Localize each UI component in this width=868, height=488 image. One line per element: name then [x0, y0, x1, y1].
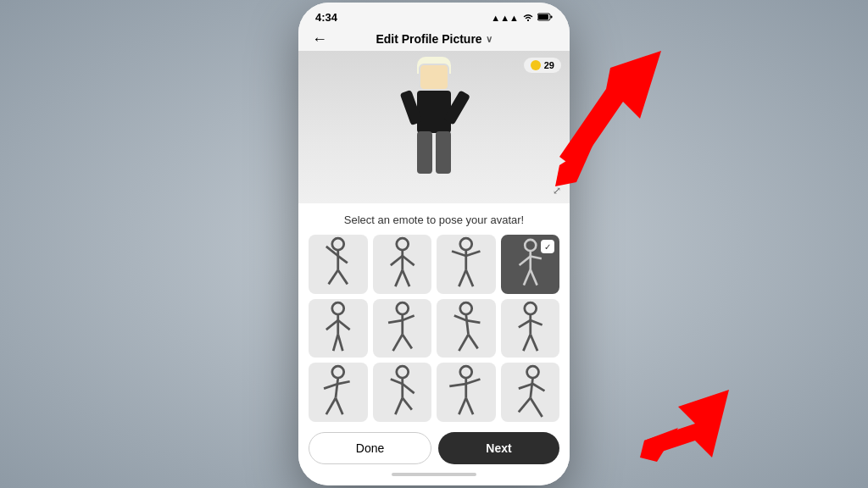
dropdown-chevron-icon[interactable]: ∨: [486, 34, 492, 45]
svg-line-20: [459, 270, 465, 286]
emote-cell-11[interactable]: [437, 363, 496, 422]
avatar-preview-area: 29 ⤢: [298, 51, 570, 203]
avatar-body: [417, 91, 451, 133]
avatar-legs: [417, 131, 451, 174]
svg-point-40: [460, 302, 472, 314]
svg-line-30: [326, 320, 338, 330]
svg-line-71: [530, 378, 532, 398]
svg-point-52: [332, 366, 344, 378]
emote-cell-4-selected[interactable]: ✓: [501, 235, 560, 294]
svg-line-50: [523, 334, 530, 350]
emote-cell-8[interactable]: [501, 299, 560, 358]
emote-prompt: Select an emote to pose your avatar!: [309, 214, 559, 226]
svg-line-62: [395, 398, 402, 414]
svg-point-70: [526, 366, 538, 378]
done-button[interactable]: Done: [309, 432, 431, 464]
svg-line-60: [390, 379, 402, 384]
svg-point-58: [396, 366, 408, 378]
emote-cell-5[interactable]: [309, 299, 368, 358]
status-icons: ▲▲▲: [491, 12, 553, 24]
svg-line-18: [452, 251, 466, 256]
svg-line-27: [530, 269, 537, 285]
coin-count: 29: [544, 60, 554, 70]
svg-point-4: [332, 238, 344, 250]
next-button[interactable]: Next: [438, 432, 559, 464]
avatar-leg-left: [417, 131, 432, 174]
emote-grid: ✓: [309, 235, 559, 422]
back-button[interactable]: ←: [312, 30, 327, 48]
coin-badge: 29: [524, 58, 561, 73]
svg-line-75: [530, 398, 542, 417]
page-title: Edit Profile Picture ∨: [376, 32, 492, 46]
svg-line-43: [466, 320, 481, 323]
emote-cell-10[interactable]: [373, 363, 432, 422]
svg-line-48: [518, 320, 530, 327]
svg-line-45: [469, 334, 478, 348]
svg-line-13: [402, 256, 414, 265]
svg-line-19: [466, 251, 481, 256]
phone-frame: 4:34 ▲▲▲ ← Edit Pr: [298, 3, 570, 485]
nav-bar: ← Edit Profile Picture ∨: [298, 27, 570, 51]
svg-line-38: [392, 334, 402, 350]
svg-line-9: [338, 270, 348, 285]
svg-line-66: [449, 384, 465, 386]
svg-line-33: [338, 334, 343, 350]
svg-point-46: [524, 302, 536, 314]
svg-line-63: [402, 398, 411, 410]
svg-point-64: [460, 366, 472, 378]
svg-line-25: [530, 257, 541, 259]
emote-cell-12[interactable]: [501, 363, 560, 422]
svg-line-56: [326, 398, 336, 414]
svg-line-14: [395, 270, 402, 286]
emote-cell-1[interactable]: [309, 235, 368, 294]
svg-point-28: [332, 302, 344, 314]
svg-line-74: [518, 398, 530, 413]
svg-line-68: [459, 398, 465, 414]
svg-line-36: [388, 320, 403, 323]
action-bar: Done Next: [309, 429, 559, 468]
svg-line-32: [333, 334, 338, 350]
svg-line-55: [338, 381, 350, 384]
svg-line-8: [329, 270, 338, 285]
emote-cell-2[interactable]: [373, 235, 432, 294]
expand-icon[interactable]: ⤢: [553, 185, 561, 197]
emote-cell-9[interactable]: [309, 363, 368, 422]
svg-line-51: [530, 334, 537, 350]
svg-line-42: [454, 315, 466, 320]
coin-icon: [531, 60, 541, 70]
svg-rect-2: [538, 14, 548, 19]
svg-line-31: [338, 320, 350, 330]
svg-line-39: [402, 334, 411, 348]
home-indicator: [392, 473, 476, 476]
emote-cell-7[interactable]: [437, 299, 496, 358]
svg-rect-3: [551, 15, 553, 18]
avatar-leg-right: [436, 131, 451, 174]
emote-cell-3[interactable]: [437, 235, 496, 294]
svg-point-10: [396, 238, 408, 250]
svg-line-37: [402, 315, 414, 320]
svg-line-73: [532, 384, 544, 391]
avatar-figure: [396, 64, 472, 182]
bottom-panel: Select an emote to pose your avatar!: [298, 203, 570, 485]
status-time: 4:34: [315, 11, 337, 24]
svg-point-22: [525, 240, 536, 251]
wifi-icon: [522, 12, 534, 24]
svg-line-12: [390, 256, 402, 265]
svg-line-41: [466, 314, 469, 335]
avatar-head: [419, 64, 449, 91]
svg-line-21: [466, 270, 473, 286]
svg-line-24: [519, 257, 530, 265]
svg-line-7: [338, 256, 348, 263]
svg-line-61: [402, 384, 414, 393]
svg-line-26: [523, 269, 530, 285]
svg-point-16: [460, 238, 472, 250]
emote-cell-6[interactable]: [373, 299, 432, 358]
status-bar: 4:34 ▲▲▲: [298, 3, 570, 27]
svg-line-69: [466, 398, 473, 414]
battery-icon: [537, 13, 553, 23]
svg-point-0: [527, 19, 529, 21]
svg-line-15: [402, 270, 409, 286]
svg-line-67: [466, 379, 481, 384]
selected-check-icon: ✓: [541, 240, 554, 253]
signal-icon: ▲▲▲: [491, 13, 519, 23]
